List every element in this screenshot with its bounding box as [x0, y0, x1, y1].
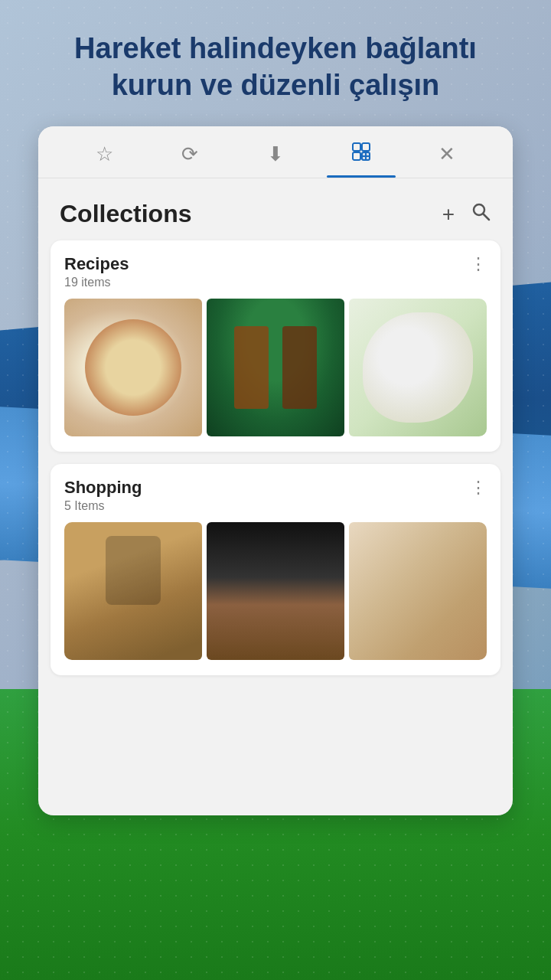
recipes-image-3	[349, 299, 487, 436]
svg-rect-2	[353, 152, 360, 160]
bookmark-icon: ☆	[96, 142, 113, 166]
empty-space	[38, 688, 513, 749]
panel-content[interactable]: Collections + Recipes 19 ite	[38, 178, 513, 815]
collection-card-shopping[interactable]: Shopping 5 Items ⋮	[51, 464, 500, 675]
shopping-card-header: Shopping 5 Items ⋮	[64, 478, 487, 513]
tab-bookmarks[interactable]: ☆	[61, 142, 147, 177]
svg-line-7	[484, 214, 490, 220]
add-collection-button[interactable]: +	[442, 202, 455, 227]
recipes-card-header: Recipes 19 items ⋮	[64, 254, 487, 289]
svg-rect-1	[362, 143, 370, 151]
shopping-more-button[interactable]: ⋮	[470, 478, 487, 498]
recipes-image-2	[207, 299, 344, 436]
shopping-image-2	[207, 522, 344, 660]
tab-collections[interactable]	[318, 142, 404, 178]
svg-rect-0	[353, 143, 360, 151]
collections-header: Collections +	[38, 181, 513, 240]
download-icon: ⬇	[267, 142, 284, 166]
recipes-more-button[interactable]: ⋮	[470, 254, 487, 274]
content-wrapper: Hareket halindeyken bağlantı kurun ve dü…	[0, 0, 551, 980]
close-icon: ✕	[439, 142, 455, 166]
tab-history[interactable]: ⟳	[147, 142, 233, 177]
recipes-count: 19 items	[64, 276, 129, 289]
shopping-image-grid	[64, 522, 487, 660]
recipes-image-1	[64, 299, 202, 436]
history-icon: ⟳	[181, 142, 198, 166]
collections-icon	[351, 142, 371, 167]
shopping-count: 5 Items	[64, 499, 142, 513]
shopping-name: Shopping	[64, 478, 142, 498]
shopping-image-3	[349, 522, 487, 660]
collection-card-recipes[interactable]: Recipes 19 items ⋮	[51, 240, 500, 452]
header-actions: +	[442, 201, 491, 227]
recipes-name: Recipes	[64, 254, 129, 274]
collections-title: Collections	[60, 200, 191, 228]
tab-bar: ☆ ⟳ ⬇	[38, 126, 513, 178]
shopping-image-1	[64, 522, 202, 660]
search-collections-button[interactable]	[470, 201, 491, 227]
hero-title: Hareket halindeyken bağlantı kurun ve dü…	[0, 0, 551, 126]
panel-card: ☆ ⟳ ⬇	[38, 126, 513, 815]
tab-close[interactable]: ✕	[404, 142, 490, 177]
recipes-image-grid	[64, 299, 487, 436]
shopping-info: Shopping 5 Items	[64, 478, 142, 513]
tab-downloads[interactable]: ⬇	[233, 142, 318, 177]
recipes-info: Recipes 19 items	[64, 254, 129, 289]
